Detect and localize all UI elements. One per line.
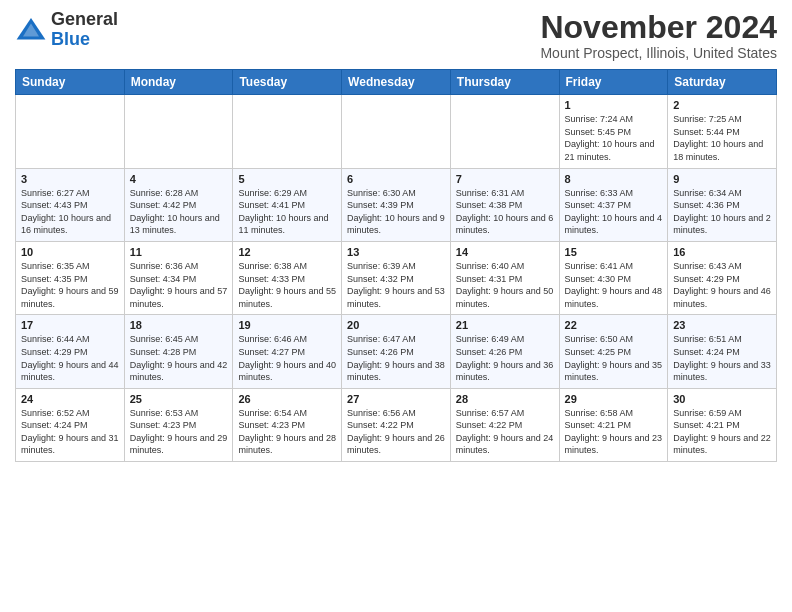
day-number: 24: [21, 393, 119, 405]
day-info: Sunrise: 6:31 AM Sunset: 4:38 PM Dayligh…: [456, 187, 554, 237]
calendar-cell: 29Sunrise: 6:58 AM Sunset: 4:21 PM Dayli…: [559, 388, 668, 461]
calendar-cell: 9Sunrise: 6:34 AM Sunset: 4:36 PM Daylig…: [668, 168, 777, 241]
day-number: 6: [347, 173, 445, 185]
day-number: 5: [238, 173, 336, 185]
day-number: 10: [21, 246, 119, 258]
day-info: Sunrise: 6:40 AM Sunset: 4:31 PM Dayligh…: [456, 260, 554, 310]
day-number: 15: [565, 246, 663, 258]
calendar-week-row: 10Sunrise: 6:35 AM Sunset: 4:35 PM Dayli…: [16, 241, 777, 314]
day-info: Sunrise: 6:57 AM Sunset: 4:22 PM Dayligh…: [456, 407, 554, 457]
calendar-cell: 14Sunrise: 6:40 AM Sunset: 4:31 PM Dayli…: [450, 241, 559, 314]
calendar-cell: [450, 95, 559, 168]
day-info: Sunrise: 6:54 AM Sunset: 4:23 PM Dayligh…: [238, 407, 336, 457]
day-info: Sunrise: 6:30 AM Sunset: 4:39 PM Dayligh…: [347, 187, 445, 237]
calendar-cell: 15Sunrise: 6:41 AM Sunset: 4:30 PM Dayli…: [559, 241, 668, 314]
calendar-cell: [342, 95, 451, 168]
calendar-cell: 25Sunrise: 6:53 AM Sunset: 4:23 PM Dayli…: [124, 388, 233, 461]
day-info: Sunrise: 6:38 AM Sunset: 4:33 PM Dayligh…: [238, 260, 336, 310]
calendar-cell: 12Sunrise: 6:38 AM Sunset: 4:33 PM Dayli…: [233, 241, 342, 314]
day-info: Sunrise: 6:59 AM Sunset: 4:21 PM Dayligh…: [673, 407, 771, 457]
logo-blue: Blue: [51, 29, 90, 49]
calendar-cell: 3Sunrise: 6:27 AM Sunset: 4:43 PM Daylig…: [16, 168, 125, 241]
day-info: Sunrise: 6:34 AM Sunset: 4:36 PM Dayligh…: [673, 187, 771, 237]
day-info: Sunrise: 6:51 AM Sunset: 4:24 PM Dayligh…: [673, 333, 771, 383]
weekday-header-monday: Monday: [124, 70, 233, 95]
calendar-cell: 23Sunrise: 6:51 AM Sunset: 4:24 PM Dayli…: [668, 315, 777, 388]
calendar-cell: 1Sunrise: 7:24 AM Sunset: 5:45 PM Daylig…: [559, 95, 668, 168]
day-number: 21: [456, 319, 554, 331]
calendar-header: SundayMondayTuesdayWednesdayThursdayFrid…: [16, 70, 777, 95]
day-number: 18: [130, 319, 228, 331]
calendar-week-row: 24Sunrise: 6:52 AM Sunset: 4:24 PM Dayli…: [16, 388, 777, 461]
calendar: SundayMondayTuesdayWednesdayThursdayFrid…: [15, 69, 777, 462]
day-info: Sunrise: 6:50 AM Sunset: 4:25 PM Dayligh…: [565, 333, 663, 383]
day-info: Sunrise: 6:39 AM Sunset: 4:32 PM Dayligh…: [347, 260, 445, 310]
calendar-cell: 11Sunrise: 6:36 AM Sunset: 4:34 PM Dayli…: [124, 241, 233, 314]
day-number: 27: [347, 393, 445, 405]
calendar-cell: [124, 95, 233, 168]
day-number: 7: [456, 173, 554, 185]
calendar-cell: [16, 95, 125, 168]
day-number: 4: [130, 173, 228, 185]
day-number: 14: [456, 246, 554, 258]
day-info: Sunrise: 7:24 AM Sunset: 5:45 PM Dayligh…: [565, 113, 663, 163]
day-info: Sunrise: 6:58 AM Sunset: 4:21 PM Dayligh…: [565, 407, 663, 457]
day-number: 25: [130, 393, 228, 405]
calendar-cell: 24Sunrise: 6:52 AM Sunset: 4:24 PM Dayli…: [16, 388, 125, 461]
day-number: 23: [673, 319, 771, 331]
day-number: 13: [347, 246, 445, 258]
calendar-cell: 5Sunrise: 6:29 AM Sunset: 4:41 PM Daylig…: [233, 168, 342, 241]
day-info: Sunrise: 6:49 AM Sunset: 4:26 PM Dayligh…: [456, 333, 554, 383]
calendar-week-row: 1Sunrise: 7:24 AM Sunset: 5:45 PM Daylig…: [16, 95, 777, 168]
logo-icon: [15, 14, 47, 46]
calendar-week-row: 3Sunrise: 6:27 AM Sunset: 4:43 PM Daylig…: [16, 168, 777, 241]
calendar-cell: [233, 95, 342, 168]
logo-text: General Blue: [51, 10, 118, 50]
weekday-header-wednesday: Wednesday: [342, 70, 451, 95]
logo-general: General: [51, 9, 118, 29]
logo: General Blue: [15, 10, 118, 50]
weekday-header-row: SundayMondayTuesdayWednesdayThursdayFrid…: [16, 70, 777, 95]
day-number: 2: [673, 99, 771, 111]
calendar-cell: 16Sunrise: 6:43 AM Sunset: 4:29 PM Dayli…: [668, 241, 777, 314]
day-info: Sunrise: 6:33 AM Sunset: 4:37 PM Dayligh…: [565, 187, 663, 237]
calendar-cell: 20Sunrise: 6:47 AM Sunset: 4:26 PM Dayli…: [342, 315, 451, 388]
day-number: 9: [673, 173, 771, 185]
title-block: November 2024 Mount Prospect, Illinois, …: [540, 10, 777, 61]
calendar-cell: 2Sunrise: 7:25 AM Sunset: 5:44 PM Daylig…: [668, 95, 777, 168]
day-number: 12: [238, 246, 336, 258]
calendar-cell: 8Sunrise: 6:33 AM Sunset: 4:37 PM Daylig…: [559, 168, 668, 241]
day-number: 30: [673, 393, 771, 405]
calendar-cell: 4Sunrise: 6:28 AM Sunset: 4:42 PM Daylig…: [124, 168, 233, 241]
calendar-cell: 28Sunrise: 6:57 AM Sunset: 4:22 PM Dayli…: [450, 388, 559, 461]
day-info: Sunrise: 6:47 AM Sunset: 4:26 PM Dayligh…: [347, 333, 445, 383]
day-number: 28: [456, 393, 554, 405]
calendar-cell: 30Sunrise: 6:59 AM Sunset: 4:21 PM Dayli…: [668, 388, 777, 461]
day-number: 3: [21, 173, 119, 185]
day-info: Sunrise: 6:45 AM Sunset: 4:28 PM Dayligh…: [130, 333, 228, 383]
calendar-cell: 27Sunrise: 6:56 AM Sunset: 4:22 PM Dayli…: [342, 388, 451, 461]
day-number: 8: [565, 173, 663, 185]
day-info: Sunrise: 6:41 AM Sunset: 4:30 PM Dayligh…: [565, 260, 663, 310]
day-number: 20: [347, 319, 445, 331]
calendar-cell: 18Sunrise: 6:45 AM Sunset: 4:28 PM Dayli…: [124, 315, 233, 388]
day-info: Sunrise: 6:35 AM Sunset: 4:35 PM Dayligh…: [21, 260, 119, 310]
month-title: November 2024: [540, 10, 777, 45]
day-number: 29: [565, 393, 663, 405]
day-info: Sunrise: 6:52 AM Sunset: 4:24 PM Dayligh…: [21, 407, 119, 457]
weekday-header-tuesday: Tuesday: [233, 70, 342, 95]
day-info: Sunrise: 6:53 AM Sunset: 4:23 PM Dayligh…: [130, 407, 228, 457]
weekday-header-sunday: Sunday: [16, 70, 125, 95]
page: General Blue November 2024 Mount Prospec…: [0, 0, 792, 477]
day-info: Sunrise: 7:25 AM Sunset: 5:44 PM Dayligh…: [673, 113, 771, 163]
day-info: Sunrise: 6:56 AM Sunset: 4:22 PM Dayligh…: [347, 407, 445, 457]
header: General Blue November 2024 Mount Prospec…: [15, 10, 777, 61]
location: Mount Prospect, Illinois, United States: [540, 45, 777, 61]
day-number: 22: [565, 319, 663, 331]
day-info: Sunrise: 6:36 AM Sunset: 4:34 PM Dayligh…: [130, 260, 228, 310]
calendar-cell: 6Sunrise: 6:30 AM Sunset: 4:39 PM Daylig…: [342, 168, 451, 241]
day-info: Sunrise: 6:43 AM Sunset: 4:29 PM Dayligh…: [673, 260, 771, 310]
day-number: 19: [238, 319, 336, 331]
day-number: 16: [673, 246, 771, 258]
calendar-cell: 21Sunrise: 6:49 AM Sunset: 4:26 PM Dayli…: [450, 315, 559, 388]
